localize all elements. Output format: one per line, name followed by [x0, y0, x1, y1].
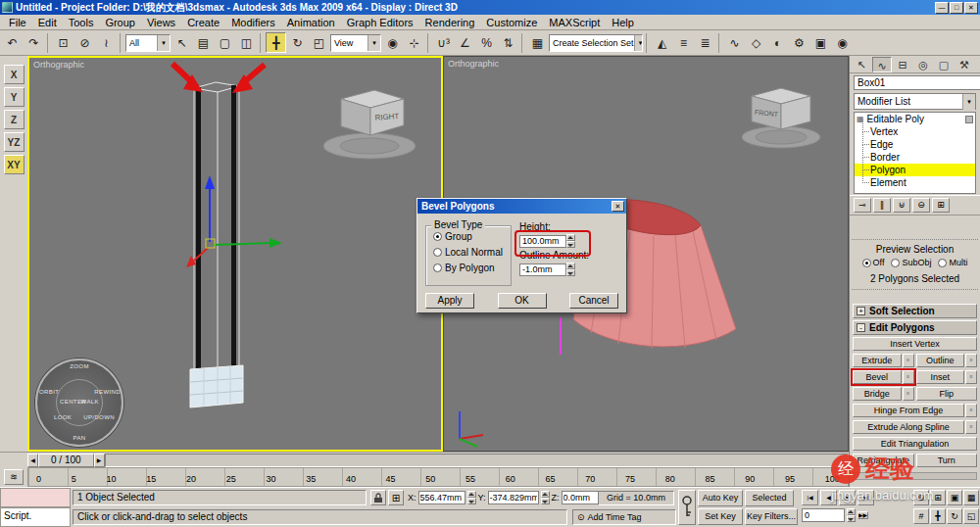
- time-slider-track[interactable]: [105, 454, 849, 467]
- bevel-type-option-local-normal[interactable]: Local Normal: [433, 247, 511, 258]
- menu-maxscript[interactable]: MAXScript: [543, 16, 606, 29]
- unlink-selection-icon[interactable]: ⊘: [74, 32, 95, 53]
- bind-to-space-warp-icon[interactable]: ≀: [96, 32, 117, 53]
- motion-tab[interactable]: ◎: [913, 57, 933, 72]
- arc-rotate-icon[interactable]: ↻: [947, 508, 962, 524]
- key-filters-button[interactable]: Key Filters...: [745, 508, 798, 525]
- percent-snap-icon[interactable]: %: [476, 32, 497, 53]
- select-by-name-icon[interactable]: ▤: [193, 32, 214, 53]
- stack-item-edge[interactable]: Edge: [855, 138, 975, 151]
- x-coordinate-input[interactable]: [418, 491, 466, 504]
- axis-constraint-xy[interactable]: XY: [4, 155, 24, 174]
- zoom-extents-all-icon[interactable]: ▦: [963, 490, 979, 505]
- bevel-type-option-group[interactable]: Group: [433, 231, 511, 242]
- next-frame-button[interactable]: ▶|: [858, 490, 874, 505]
- button-insert-vertex[interactable]: Insert Vertex: [853, 337, 977, 351]
- viewport-label[interactable]: Orthographic: [33, 60, 84, 70]
- previous-frame-button[interactable]: ◀: [820, 490, 837, 505]
- quick-render-icon[interactable]: ◉: [832, 32, 853, 53]
- button-hinge-from-edge[interactable]: Hinge From Edge: [853, 404, 964, 417]
- outline-amount-input[interactable]: [519, 264, 566, 276]
- settings-box-extrude-along-spline[interactable]: ▫: [965, 420, 977, 434]
- button-bevel[interactable]: Bevel: [853, 370, 902, 384]
- menu-file[interactable]: File: [3, 16, 32, 29]
- settings-box-bridge[interactable]: ▫: [903, 387, 914, 401]
- wheel-zoom[interactable]: ZOOM: [70, 363, 89, 369]
- maximize-viewport-icon[interactable]: ◱: [963, 508, 979, 524]
- preview-option-multi[interactable]: Multi: [938, 258, 967, 267]
- maxscript-listener-macro[interactable]: [0, 488, 71, 507]
- make-unique-icon[interactable]: ⊎: [893, 198, 910, 213]
- object-name-input[interactable]: [854, 75, 980, 90]
- menu-create[interactable]: Create: [181, 16, 225, 29]
- selection-lock-icon[interactable]: [370, 490, 386, 505]
- menu-customize[interactable]: Customize: [480, 16, 543, 29]
- remove-modifier-icon[interactable]: ⊖: [912, 198, 930, 213]
- maximize-button[interactable]: □: [950, 2, 963, 14]
- menu-views[interactable]: Views: [141, 16, 181, 29]
- configure-modifier-sets-icon[interactable]: ⊞: [932, 198, 950, 213]
- button-inset[interactable]: Inset: [916, 370, 965, 384]
- selected-filter-dropdown[interactable]: Selected: [745, 490, 794, 506]
- menu-graph-editors[interactable]: Graph Editors: [341, 16, 419, 29]
- button-bridge[interactable]: Bridge: [853, 387, 902, 401]
- axis-constraint-yz[interactable]: YZ: [4, 132, 24, 152]
- render-setup-icon[interactable]: ⚙: [789, 32, 809, 53]
- undo-icon[interactable]: ↶: [2, 32, 23, 53]
- preview-option-subobj[interactable]: SubObj: [891, 258, 931, 267]
- zoom-icon[interactable]: ⊕: [913, 490, 929, 505]
- selection-region-icon[interactable]: ▢: [215, 32, 235, 53]
- wheel-up-down[interactable]: UP/DOWN: [83, 414, 115, 420]
- stack-item-vertex[interactable]: Vertex: [855, 125, 975, 138]
- maxscript-mini-listener[interactable]: Script.: [0, 507, 71, 527]
- dialog-title-bar[interactable]: Bevel Polygons ✕: [417, 199, 626, 214]
- curve-editor-icon[interactable]: ∿: [724, 32, 745, 53]
- hierarchy-tab[interactable]: ⊟: [893, 57, 912, 72]
- mirror-icon[interactable]: ◭: [652, 32, 672, 53]
- bevel-type-option-by-polygon[interactable]: By Polygon: [433, 263, 511, 273]
- wheel-orbit[interactable]: ORBIT: [39, 389, 59, 395]
- cancel-button[interactable]: Cancel: [569, 293, 618, 309]
- select-and-scale-icon[interactable]: ◰: [309, 32, 329, 53]
- axis-constraint-z[interactable]: Z: [4, 110, 24, 129]
- minimize-button[interactable]: ―: [935, 2, 949, 14]
- snaps-toggle-icon[interactable]: ∪³: [433, 32, 454, 53]
- menu-help[interactable]: Help: [606, 16, 640, 29]
- outline-spinner[interactable]: [566, 263, 575, 276]
- rendered-frame-icon[interactable]: ▣: [810, 32, 831, 53]
- button-turn[interactable]: Turn: [916, 454, 978, 467]
- select-and-rotate-icon[interactable]: ↻: [287, 32, 308, 53]
- button-outline[interactable]: Outline: [916, 354, 965, 367]
- auto-key-button[interactable]: Auto Key: [698, 490, 743, 506]
- preview-option-off[interactable]: Off: [862, 258, 885, 267]
- reference-coordinate-dropdown[interactable]: View▾: [330, 34, 381, 52]
- layer-manager-icon[interactable]: ≣: [695, 32, 715, 53]
- mini-curve-editor-button[interactable]: ≋: [4, 469, 24, 485]
- menu-modifiers[interactable]: Modifiers: [225, 16, 281, 29]
- button-retriangulate[interactable]: Retriangulate: [853, 454, 914, 467]
- pin-stack-icon[interactable]: ⊸: [854, 198, 871, 213]
- viewport-label[interactable]: Orthographic: [448, 59, 499, 69]
- material-editor-icon[interactable]: ◐: [767, 32, 788, 53]
- align-icon[interactable]: ≡: [673, 32, 694, 53]
- go-to-start-button[interactable]: |◀: [802, 490, 818, 505]
- absolute-mode-toggle-icon[interactable]: ⊞: [388, 490, 404, 505]
- stack-item-editable-poly[interactable]: ▦Editable Poly: [855, 113, 975, 125]
- stack-item-polygon[interactable]: Polygon: [855, 164, 975, 176]
- zoom-all-icon[interactable]: ⊞: [930, 490, 946, 505]
- select-and-link-icon[interactable]: ⊡: [53, 32, 74, 53]
- button-extrude[interactable]: Extrude: [853, 354, 902, 367]
- stack-item-element[interactable]: Element: [855, 176, 975, 189]
- button-extrude-along-spline[interactable]: Extrude Along Spline: [853, 420, 964, 434]
- rollout-edit-polygons[interactable]: - Edit Polygons: [853, 320, 977, 335]
- add-time-tag[interactable]: ⊙ Add Time Tag: [572, 509, 676, 525]
- edit-named-selections-icon[interactable]: ▦: [527, 32, 548, 53]
- button-flip[interactable]: Flip: [916, 387, 978, 401]
- time-slider-handle[interactable]: 0 / 100: [38, 454, 94, 467]
- y-coordinate-input[interactable]: [488, 491, 539, 504]
- set-key-button[interactable]: Set Key: [698, 508, 743, 525]
- stack-item-border[interactable]: Border: [855, 151, 975, 164]
- time-spinner[interactable]: [847, 508, 856, 522]
- button-edit-triangulation[interactable]: Edit Triangulation: [853, 437, 977, 451]
- wheel-rewind[interactable]: REWIND: [94, 389, 121, 395]
